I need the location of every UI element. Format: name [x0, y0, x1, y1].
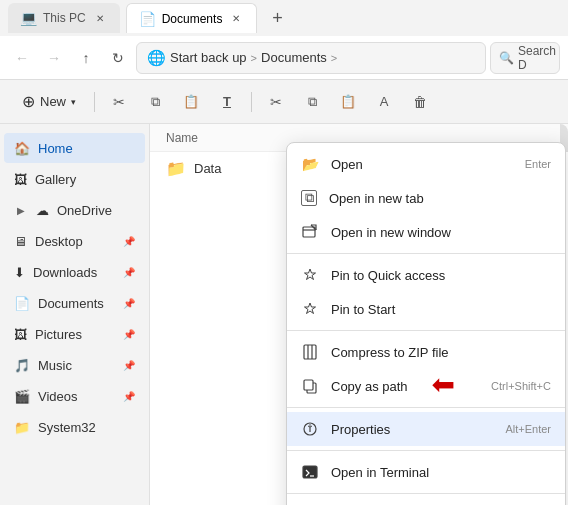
paste-icon-2: 📋 [340, 94, 356, 109]
path-part1: Start back up [170, 50, 247, 65]
sidebar-item-system32[interactable]: 📁 System32 [4, 412, 145, 442]
toolbar-separator-2 [251, 92, 252, 112]
open-new-window-icon [301, 223, 319, 241]
ctx-sep-2 [287, 330, 565, 331]
context-menu: 📂 Open Enter ⧉ Open in new tab Open in n… [286, 142, 566, 505]
up-button[interactable]: ↑ [72, 44, 100, 72]
ctx-open-terminal-label: Open in Terminal [331, 465, 551, 480]
ctx-pin-start-label: Pin to Start [331, 302, 551, 317]
sidebar-videos-label: Videos [38, 389, 78, 404]
pin-icon-videos: 📌 [123, 391, 135, 402]
sidebar-item-downloads[interactable]: ⬇ Downloads 📌 [4, 257, 145, 287]
ctx-open-new-tab[interactable]: ⧉ Open in new tab [287, 181, 565, 215]
paste-icon: 📋 [183, 94, 199, 109]
ctx-properties-label: Properties [331, 422, 493, 437]
file-name: Data [194, 161, 221, 176]
path-sep2: > [331, 52, 337, 64]
refresh-button[interactable]: ↻ [104, 44, 132, 72]
delete-button[interactable]: 🗑 [404, 86, 436, 118]
sidebar-item-home[interactable]: 🏠 Home [4, 133, 145, 163]
sidebar-item-onedrive[interactable]: ▶ ☁ OneDrive [4, 195, 145, 225]
ctx-open-label: Open [331, 157, 513, 172]
pin-icon-documents: 📌 [123, 298, 135, 309]
tab-this-pc-close[interactable]: ✕ [92, 10, 108, 26]
sidebar-pictures-label: Pictures [35, 327, 82, 342]
path-sep1: > [251, 52, 257, 64]
new-dropdown-icon: ▾ [71, 97, 76, 107]
system32-icon: 📁 [14, 420, 30, 435]
tab-this-pc-label: This PC [43, 11, 86, 25]
ctx-compress-zip[interactable]: Compress to ZIP file [287, 335, 565, 369]
folder-icon: 📁 [166, 159, 186, 178]
ctx-pin-quick-access-label: Pin to Quick access [331, 268, 551, 283]
ctx-properties[interactable]: Properties Alt+Enter [287, 412, 565, 446]
expand-icon: ▶ [14, 203, 28, 217]
terminal-icon [301, 463, 319, 481]
forward-button[interactable]: → [40, 44, 68, 72]
pin-quick-access-icon [301, 266, 319, 284]
copy-button[interactable]: ⧉ [139, 86, 171, 118]
refresh-icon: ↻ [112, 50, 124, 66]
music-icon: 🎵 [14, 358, 30, 373]
pin-start-icon [301, 300, 319, 318]
new-button[interactable]: ⊕ New ▾ [12, 86, 86, 118]
ctx-copy-path[interactable]: Copy as path Ctrl+Shift+C [287, 369, 565, 403]
red-arrow-pointer: ➡ [432, 368, 455, 401]
sidebar-desktop-label: Desktop [35, 234, 83, 249]
open-icon: 📂 [301, 155, 319, 173]
ctx-open[interactable]: 📂 Open Enter [287, 147, 565, 181]
documents-icon: 📄 [14, 296, 30, 311]
rename-button[interactable]: T [211, 86, 243, 118]
ctx-open-new-window[interactable]: Open in new window [287, 215, 565, 249]
gallery-icon: 🖼 [14, 172, 27, 187]
copy-button-2[interactable]: ⧉ [296, 86, 328, 118]
copy-icon-2: ⧉ [308, 94, 317, 110]
ctx-open-shortcut: Enter [525, 158, 551, 170]
onedrive-icon: ☁ [36, 203, 49, 218]
new-plus-icon: ⊕ [22, 92, 35, 111]
sidebar-item-desktop[interactable]: 🖥 Desktop 📌 [4, 226, 145, 256]
ctx-properties-shortcut: Alt+Enter [505, 423, 551, 435]
ctx-open-terminal[interactable]: Open in Terminal [287, 455, 565, 489]
sidebar-item-gallery[interactable]: 🖼 Gallery [4, 164, 145, 194]
back-button[interactable]: ← [8, 44, 36, 72]
copy-path-icon [301, 377, 319, 395]
sidebar-item-music[interactable]: 🎵 Music 📌 [4, 350, 145, 380]
ctx-sep-3 [287, 407, 565, 408]
search-label: Search D [518, 44, 556, 72]
sidebar-item-pictures[interactable]: 🖼 Pictures 📌 [4, 319, 145, 349]
tab-documents[interactable]: 📄 Documents ✕ [126, 3, 258, 33]
paste-button[interactable]: 📋 [175, 86, 207, 118]
sidebar-documents-label: Documents [38, 296, 104, 311]
tab-documents-close[interactable]: ✕ [228, 11, 244, 27]
sidebar-music-label: Music [38, 358, 72, 373]
path-part2: Documents [261, 50, 327, 65]
ctx-sep-1 [287, 253, 565, 254]
sidebar-downloads-label: Downloads [33, 265, 97, 280]
new-label: New [40, 94, 66, 109]
cut-icon-2: ✂ [270, 94, 282, 110]
sidebar-item-documents[interactable]: 📄 Documents 📌 [4, 288, 145, 318]
home-icon: 🏠 [14, 141, 30, 156]
ctx-show-more[interactable]: Show more options [287, 498, 565, 505]
title-bar: 💻 This PC ✕ 📄 Documents ✕ + [0, 0, 568, 36]
sidebar-item-videos[interactable]: 🎬 Videos 📌 [4, 381, 145, 411]
address-path[interactable]: 🌐 Start back up > Documents > [136, 42, 486, 74]
ctx-pin-start[interactable]: Pin to Start [287, 292, 565, 326]
cut-button-2[interactable]: ✂ [260, 86, 292, 118]
toolbar-separator-1 [94, 92, 95, 112]
search-box[interactable]: 🔍 Search D [490, 42, 560, 74]
open-new-tab-icon: ⧉ [301, 190, 317, 206]
paste-button-2[interactable]: 📋 [332, 86, 364, 118]
ctx-sep-4 [287, 450, 565, 451]
new-tab-button[interactable]: + [263, 4, 291, 32]
ctx-sep-5 [287, 493, 565, 494]
desktop-icon: 🖥 [14, 234, 27, 249]
cut-button[interactable]: ✂ [103, 86, 135, 118]
ctx-pin-quick-access[interactable]: Pin to Quick access [287, 258, 565, 292]
up-icon: ↑ [83, 50, 90, 66]
tab-this-pc[interactable]: 💻 This PC ✕ [8, 3, 120, 33]
font-button[interactable]: A [368, 86, 400, 118]
downloads-icon: ⬇ [14, 265, 25, 280]
address-bar: ← → ↑ ↻ 🌐 Start back up > Documents > 🔍 … [0, 36, 568, 80]
